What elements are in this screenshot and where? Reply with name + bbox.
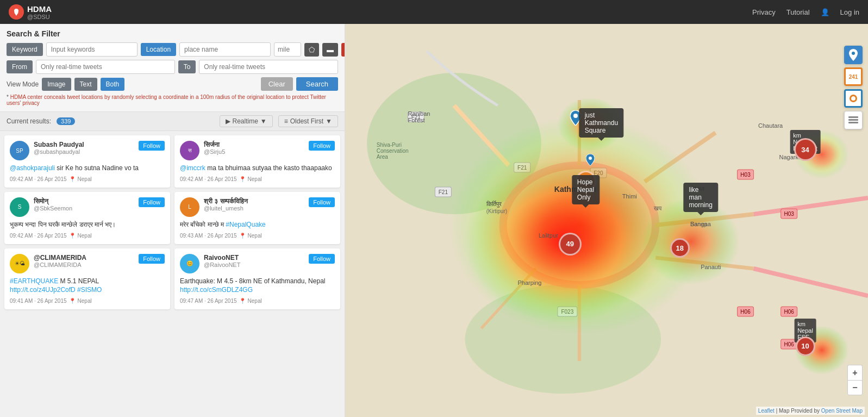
map-label-pharping: Pharping [517, 279, 541, 286]
user-icon[interactable]: 👤 [821, 8, 829, 16]
app-sub: @SDSU [27, 14, 52, 20]
tweet-user: @CLIMAMERIDA @CLIMAMERIDA [34, 254, 134, 268]
cluster-10[interactable]: 10 [796, 337, 815, 356]
follow-btn[interactable]: Follow [139, 141, 165, 151]
tweet-location: Nepal [78, 298, 92, 304]
leaflet-link[interactable]: Leaflet [758, 408, 775, 414]
heatmap-svg [345, 24, 868, 417]
tweet-meta: 09:43 AM · 26 Apr 2015 📍 Nepal [180, 233, 335, 239]
image-btn[interactable]: Image [42, 78, 71, 91]
location-input[interactable] [179, 42, 271, 57]
follow-btn[interactable]: Follow [139, 197, 165, 207]
tweet-name: RaivooNET [204, 254, 304, 262]
osm-link[interactable]: Open Street Map [821, 408, 863, 414]
clear-btn[interactable]: Clear [261, 77, 293, 91]
tweet-header: SP Subash Paudyal @subashpaudyal Follow [10, 141, 165, 160]
tweet-text: भुकम्प भन्दा पिन घरकै मान्छेले डराएर मार… [10, 220, 165, 229]
tweet-time: 09:43 AM · 26 Apr 2015 [180, 233, 237, 239]
svg-point-41 [589, 157, 592, 160]
tweet-user: Subash Paudyal @subashpaudyal [34, 141, 134, 155]
follow-btn[interactable]: Follow [309, 254, 335, 264]
cluster-34[interactable]: 34 [794, 138, 817, 161]
svg-rect-24 [781, 209, 797, 219]
tutorial-link[interactable]: Tutorial [786, 8, 810, 16]
tweet-card: L श्री ३ सम्पर्कविहिन @luitel_umesh Foll… [174, 192, 340, 244]
map-label-sanga: Sanga [690, 221, 708, 227]
map-label-chautara: Chautara [758, 122, 783, 129]
shape-rect-btn[interactable]: ▬ [322, 43, 338, 57]
realtime-btn[interactable]: ▶ Realtime ▼ [220, 115, 273, 127]
svg-rect-45 [848, 122, 858, 123]
map-label-kirtipur: किर्तिपुर(Kirtipur) [486, 201, 507, 214]
tweet-text: #EARTHQUAKE M 5.1 NEPAL http://t.co/z4UJ… [10, 277, 165, 295]
svg-line-7 [645, 133, 715, 182]
to-input[interactable] [199, 60, 338, 74]
tweet-text: मरेर बाँचेको मान्छे म #NepalQuake [180, 220, 335, 229]
tweet-handle: @Sirju5 [204, 148, 304, 155]
shape-pentagon-btn[interactable]: ⬠ [304, 43, 319, 57]
follow-btn[interactable]: Follow [139, 254, 165, 264]
cluster-18[interactable]: 18 [670, 238, 690, 258]
nav-right: Privacy Tutorial 👤 Log in [752, 8, 859, 16]
tooltip-hope-nepal: HopeNepalOnly [572, 175, 600, 204]
privacy-link[interactable]: Privacy [752, 8, 776, 16]
svg-point-3 [465, 285, 661, 394]
from-to-row: From To [7, 60, 338, 74]
search-btn[interactable]: Search [296, 77, 338, 91]
layers-btn[interactable] [844, 111, 863, 129]
keyword-input[interactable] [46, 42, 138, 57]
results-label: Current results: [7, 117, 51, 125]
svg-rect-18 [514, 163, 530, 172]
login-link[interactable]: Log in [840, 8, 859, 16]
tweet-card: 😊 RaivooNET @RaivooNET Follow Earthquake… [174, 248, 340, 310]
cluster-49[interactable]: 49 [559, 233, 582, 256]
svg-point-34 [448, 116, 710, 334]
both-btn[interactable]: Both [101, 78, 125, 91]
heatmap-toggle-btn[interactable] [844, 89, 863, 108]
zoom-out-btn[interactable]: − [847, 380, 863, 395]
avatar: L [180, 197, 199, 217]
mile-input[interactable] [274, 42, 301, 57]
map-label-lalitpur: Lalitpur [539, 232, 558, 239]
cluster-toggle-btn[interactable]: 241 [844, 67, 863, 86]
tweet-location: Nepal [248, 233, 262, 239]
location-icon: 📍 [69, 176, 76, 182]
svg-rect-26 [738, 307, 754, 316]
sort-label: Oldest First [290, 117, 323, 125]
privacy-notice: * HDMA center conceals tweet locations b… [7, 94, 338, 106]
tweet-card: S सिमोन् @SbkSeemon Follow भुकम्प भन्दा … [4, 192, 170, 244]
left-panel: Search & Filter Keyword Location ⬠ ▬ 🗑 F… [0, 24, 345, 417]
tweet-name: @CLIMAMERIDA [34, 254, 134, 262]
svg-point-42 [852, 52, 855, 55]
location-icon: 📍 [239, 298, 246, 304]
delete-location-btn[interactable]: 🗑 [341, 43, 345, 57]
follow-btn[interactable]: Follow [309, 197, 335, 207]
tweet-header: S सिमोन् @SbkSeemon Follow [10, 197, 165, 217]
tweet-time: 09:42 AM · 26 Apr 2015 [180, 176, 237, 182]
svg-rect-14 [408, 112, 424, 122]
from-input[interactable] [36, 60, 175, 74]
map-panel[interactable]: F21 F21 F21 F20 H03 H03 H06 H06 H06 F023 [345, 24, 868, 417]
map-pin-f20 [586, 154, 595, 167]
tweet-meta: 09:42 AM · 26 Apr 2015 📍 Nepal [10, 233, 165, 239]
svg-line-8 [655, 214, 753, 225]
locate-btn[interactable] [844, 46, 863, 64]
main-layout: Search & Filter Keyword Location ⬠ ▬ 🗑 F… [0, 0, 868, 417]
tweet-time: 09:41 AM · 26 Apr 2015 [10, 298, 67, 304]
svg-line-12 [754, 198, 868, 214]
location-icon: 📍 [239, 176, 246, 182]
zoom-in-btn[interactable]: + [847, 365, 863, 380]
follow-btn[interactable]: Follow [309, 141, 335, 151]
map-controls: 241 [844, 46, 863, 129]
sort-btn[interactable]: ≡ Oldest First ▼ [278, 115, 338, 127]
tweet-handle: @CLIMAMERIDA [34, 262, 134, 268]
text-btn[interactable]: Text [74, 78, 97, 91]
svg-line-11 [482, 269, 536, 328]
svg-rect-30 [781, 307, 797, 316]
svg-rect-44 [848, 119, 858, 121]
tweet-name: सिर्जना [204, 141, 304, 148]
avatar: SP [10, 141, 29, 160]
tweet-meta: 09:42 AM · 26 Apr 2015 📍 Nepal [10, 176, 165, 182]
tweet-location: Nepal [248, 176, 262, 182]
svg-marker-1 [14, 13, 18, 16]
